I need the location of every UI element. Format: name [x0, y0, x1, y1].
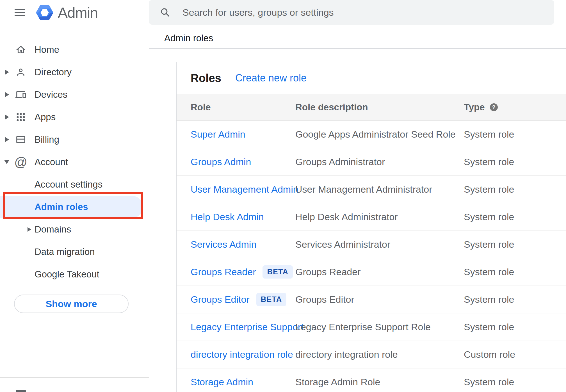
table-row[interactable]: Groups Admin Groups Administrator System…	[177, 148, 566, 176]
apps-grid-icon	[15, 112, 26, 122]
credit-card-icon	[15, 134, 26, 145]
sidebar-item-apps[interactable]: Apps	[0, 106, 149, 128]
sidebar-item-label: Data migration	[35, 247, 95, 257]
header-divider	[149, 48, 566, 49]
role-link[interactable]: Groups Admin	[191, 156, 251, 167]
show-more-label: Show more	[45, 298, 97, 309]
devices-icon	[15, 89, 26, 100]
create-new-role-link[interactable]: Create new role	[235, 72, 307, 84]
app-title: Admin	[58, 4, 98, 21]
sidebar-nav: Home Directory Devices	[0, 38, 149, 286]
sidebar-item-billing[interactable]: Billing	[0, 128, 149, 151]
table-row[interactable]: User Management Admin User Management Ad…	[177, 176, 566, 203]
table-row[interactable]: Services Admin Services Administrator Sy…	[177, 231, 566, 258]
role-type: System role	[464, 239, 514, 250]
role-description: Groups Administrator	[295, 156, 385, 167]
sidebar-item-label: Admin roles	[35, 202, 88, 212]
panel-title: Roles	[191, 72, 221, 85]
role-description: Groups Editor	[295, 294, 354, 305]
sidebar: Admin Home Directory D	[0, 0, 149, 392]
sidebar-item-google-takeout[interactable]: Google Takeout	[0, 263, 149, 286]
sidebar-item-label: Domains	[35, 224, 71, 235]
column-header-description: Role description	[295, 102, 368, 113]
app-logo: Admin	[36, 4, 98, 21]
person-icon	[15, 67, 26, 78]
role-type: System role	[464, 266, 514, 277]
sidebar-divider	[0, 377, 149, 378]
admin-hexagon-icon	[36, 5, 53, 20]
at-sign-icon: @	[15, 157, 26, 167]
sidebar-item-label: Google Takeout	[35, 269, 99, 280]
sidebar-item-home[interactable]: Home	[0, 38, 149, 61]
search-icon	[160, 7, 170, 17]
expand-arrow-icon[interactable]	[5, 115, 9, 120]
admin-console-page: Admin Home Directory D	[0, 0, 566, 392]
search-input[interactable]: Search for users, groups or settings	[149, 0, 554, 25]
sidebar-item-label: Devices	[35, 89, 67, 100]
expand-arrow-icon[interactable]	[28, 227, 31, 232]
beta-badge: BETA	[256, 293, 287, 306]
role-type: Custom role	[464, 349, 515, 360]
sidebar-item-data-migration[interactable]: Data migration	[0, 241, 149, 263]
role-type: System role	[464, 377, 514, 388]
table-row[interactable]: Storage Admin Storage Admin Role System …	[177, 368, 566, 392]
roles-panel: Roles Create new role Role Role descript…	[176, 62, 566, 392]
sidebar-item-label: Apps	[35, 112, 56, 122]
role-type: System role	[464, 156, 514, 167]
table-row[interactable]: Legacy Enterprise Support Legacy Enterpr…	[177, 313, 566, 341]
table-row[interactable]: Groups Reader BETA Groups Reader System …	[177, 258, 566, 286]
role-link[interactable]: Groups Editor	[191, 294, 250, 305]
role-link[interactable]: Groups Reader	[191, 266, 256, 277]
table-header-row: Role Role description Type ?	[177, 94, 566, 121]
role-description: User Management Administrator	[295, 184, 432, 195]
beta-badge: BETA	[263, 265, 293, 279]
role-type: System role	[464, 211, 514, 222]
sidebar-item-devices[interactable]: Devices	[0, 83, 149, 106]
role-link[interactable]: Help Desk Admin	[191, 211, 264, 222]
show-more-button[interactable]: Show more	[14, 295, 129, 313]
role-description: Services Administrator	[295, 239, 390, 250]
sidebar-item-label: Home	[35, 44, 59, 55]
clipped-bottom-icon	[16, 390, 26, 392]
role-description: Storage Admin Role	[295, 377, 380, 388]
sidebar-item-domains[interactable]: Domains	[0, 218, 149, 241]
sidebar-item-directory[interactable]: Directory	[0, 61, 149, 83]
role-link[interactable]: Super Admin	[191, 129, 245, 140]
menu-icon[interactable]	[15, 9, 25, 16]
column-header-role: Role	[191, 102, 211, 113]
table-row[interactable]: Groups Editor BETA Groups Editor System …	[177, 286, 566, 313]
sidebar-item-label: Account settings	[35, 179, 102, 190]
role-link[interactable]: Services Admin	[191, 239, 256, 250]
breadcrumb: Admin roles	[164, 31, 213, 45]
expand-arrow-icon[interactable]	[5, 70, 9, 75]
expand-arrow-icon[interactable]	[5, 92, 9, 97]
table-row[interactable]: Super Admin Google Apps Administrator Se…	[177, 121, 566, 148]
help-icon[interactable]: ?	[490, 103, 498, 111]
role-type: System role	[464, 294, 514, 305]
expand-arrow-icon[interactable]	[5, 137, 9, 142]
role-type: System role	[464, 129, 514, 140]
collapse-arrow-icon[interactable]	[4, 160, 9, 164]
sidebar-item-label: Directory	[35, 67, 72, 78]
role-type: System role	[464, 184, 514, 195]
home-icon	[15, 44, 26, 55]
sidebar-item-label: Billing	[35, 134, 59, 145]
role-description: Groups Reader	[295, 266, 360, 277]
table-row[interactable]: directory integration role directory int…	[177, 341, 566, 368]
table-row[interactable]: Help Desk Admin Help Desk Administrator …	[177, 203, 566, 231]
role-description: Legacy Enterprise Support Role	[295, 322, 431, 332]
role-link[interactable]: User Management Admin	[191, 184, 298, 195]
sidebar-item-account[interactable]: @ Account	[0, 151, 149, 173]
column-header-type: Type	[464, 102, 485, 113]
search-placeholder: Search for users, groups or settings	[182, 7, 334, 18]
role-description: directory integration role	[295, 349, 398, 360]
role-description: Help Desk Administrator	[295, 211, 398, 222]
role-link[interactable]: directory integration role	[191, 349, 293, 360]
sidebar-item-account-settings[interactable]: Account settings	[0, 173, 149, 196]
role-link[interactable]: Storage Admin	[191, 377, 253, 388]
role-link[interactable]: Legacy Enterprise Support	[191, 322, 304, 332]
roles-panel-header: Roles Create new role	[177, 62, 566, 94]
sidebar-item-admin-roles[interactable]: Admin roles	[0, 196, 149, 218]
role-description: Google Apps Administrator Seed Role	[295, 129, 456, 140]
role-type: System role	[464, 322, 514, 332]
